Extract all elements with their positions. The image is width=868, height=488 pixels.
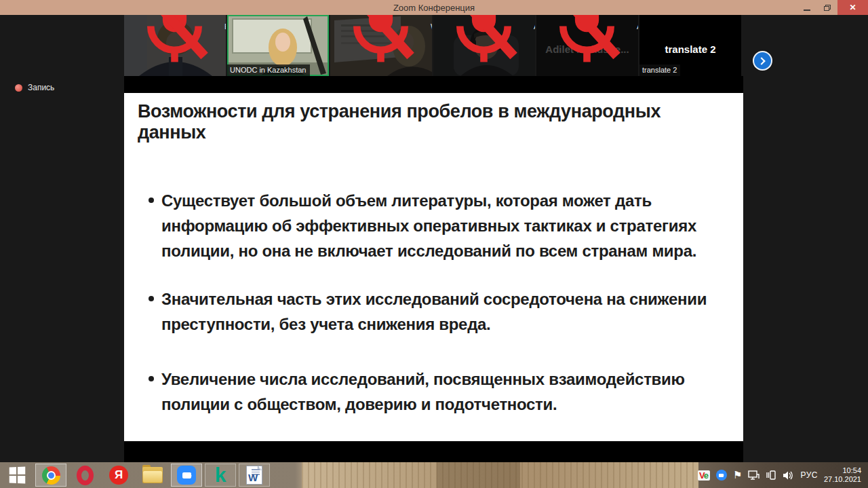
windows-logo-icon (9, 466, 26, 483)
video-strip: Elena AUI MVD RK UNODC in Kazakhstan (124, 15, 741, 76)
file-explorer-icon (142, 467, 163, 483)
system-tray: Ve ⚑ РУС 10:54 27 (698, 462, 868, 488)
meeting-main-area: Elena AUI MVD RK UNODC in Kazakhstan (0, 15, 868, 462)
participant-tile-translate2[interactable]: translate 2 translate 2 (639, 15, 741, 76)
tray-devices-icon[interactable] (766, 470, 776, 481)
slide-bullet: Увеличение числа исследований, посвященн… (149, 367, 724, 417)
taskbar-word-button[interactable]: W (239, 464, 270, 487)
participant-name: translate 2 (642, 66, 677, 74)
participant-name-tag: Adilet Mukushev_UN... (536, 15, 638, 76)
participant-name: Wendy O'Brien UNO... (431, 22, 432, 31)
taskbar-opera-button[interactable] (69, 464, 100, 487)
slide-bullet-list: Существует большой объем литературы, кот… (138, 188, 724, 417)
participant-tile-adilet[interactable]: Adilet Mukushe... Adilet Mukushev_UN... (536, 15, 638, 76)
zoom-app-icon (177, 466, 196, 485)
minimize-icon (804, 10, 810, 11)
close-button[interactable]: ✕ (837, 0, 868, 15)
taskbar-chrome-button[interactable] (35, 464, 66, 487)
clock-date: 27.10.2021 (824, 475, 861, 484)
tray-volume-icon[interactable] (783, 470, 794, 481)
clock-time: 10:54 (824, 466, 861, 475)
muted-mic-icon (539, 15, 635, 74)
shared-screen: Возможности для устранения пробелов в ме… (124, 76, 743, 462)
opera-icon (77, 466, 94, 485)
participant-name-tag: Wendy O'Brien UNO... (330, 15, 432, 76)
tray-zoom-icon[interactable] (716, 470, 727, 481)
chevron-right-icon (757, 57, 765, 64)
minimize-button[interactable] (797, 0, 817, 15)
restore-button[interactable] (817, 0, 837, 15)
close-icon: ✕ (849, 3, 856, 12)
start-button[interactable] (1, 464, 33, 487)
participant-name-tag: Elena AUI MVD RK (124, 15, 226, 76)
word-icon: W (246, 466, 262, 485)
participant-tile-unodc[interactable]: UNODC in Kazakhstan (227, 15, 329, 76)
tray-ve-icon[interactable]: Ve (698, 470, 710, 481)
recording-dot-icon (15, 84, 22, 92)
bullet-icon (149, 296, 154, 301)
muted-mic-icon (333, 15, 429, 74)
muted-mic-icon (127, 15, 222, 74)
window-title: Zoom Конференция (0, 3, 868, 13)
taskbar-k-app-button[interactable]: k (205, 464, 236, 487)
participant-name-tag: Александр Смышляев (433, 15, 535, 76)
presentation-slide: Возможности для устранения пробелов в ме… (124, 93, 743, 441)
participant-name-tag: UNODC in Kazakhstan (227, 64, 310, 76)
participant-tile-alexandr[interactable]: Александр Смышляев (433, 15, 535, 76)
k-app-icon: k (215, 466, 226, 485)
participant-tile-wendy[interactable]: Wendy O'Brien UNO... (330, 15, 432, 76)
participant-name: Elena AUI MVD RK (224, 22, 226, 31)
chrome-icon (42, 466, 60, 485)
windows-taskbar: Я k W Ve ⚑ (0, 462, 868, 488)
participant-name: Adilet Mukushev_UN... (637, 22, 638, 31)
yandex-browser-icon: Я (109, 466, 128, 485)
taskbar-yandex-button[interactable]: Я (103, 464, 134, 487)
gallery-next-button[interactable] (753, 51, 772, 71)
taskbar-zoom-button[interactable] (171, 464, 202, 487)
taskbar-clock[interactable]: 10:54 27.10.2021 (824, 466, 861, 484)
restore-icon (824, 5, 831, 11)
recording-indicator: Запись (15, 83, 54, 92)
muted-mic-icon (436, 15, 532, 74)
slide-title: Возможности для устранения пробелов в ме… (138, 101, 724, 143)
bullet-icon (149, 376, 154, 381)
participant-display-name: translate 2 (665, 43, 715, 55)
wallpaper-wood-panel (302, 462, 698, 488)
tray-network-icon[interactable] (748, 470, 760, 481)
slide-bullet: Значительная часть этих исследований сос… (149, 286, 724, 337)
slide-letterbox-top (124, 76, 743, 93)
recording-label: Запись (28, 83, 54, 92)
participant-name: Александр Смышляев (534, 22, 535, 31)
tray-flag-icon[interactable]: ⚑ (733, 469, 742, 481)
slide-letterbox-bottom (124, 441, 743, 462)
participant-name: UNODC in Kazakhstan (230, 66, 307, 74)
bullet-icon (149, 198, 154, 203)
language-indicator[interactable]: РУС (800, 470, 818, 480)
window-titlebar: Zoom Конференция ✕ (0, 0, 868, 15)
taskbar-explorer-button[interactable] (137, 464, 168, 487)
participant-tile-elena[interactable]: Elena AUI MVD RK (124, 15, 226, 76)
slide-bullet: Существует большой объем литературы, кот… (149, 188, 724, 263)
participant-name-tag: translate 2 (639, 64, 680, 76)
